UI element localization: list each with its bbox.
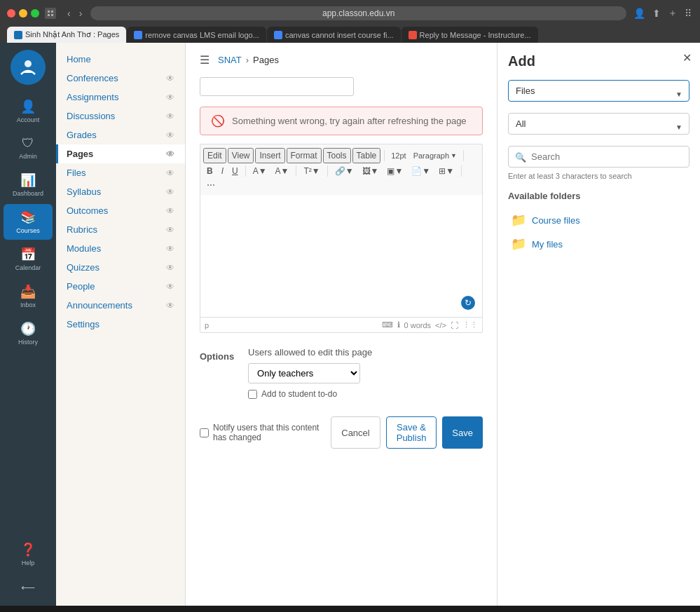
nav-label-courses: Courses	[16, 227, 40, 234]
nav-collapse[interactable]: ⟵	[4, 576, 53, 599]
notify-checkbox[interactable]	[200, 428, 209, 437]
home-label: Home	[67, 54, 91, 64]
rubrics-eye-icon: 👁	[166, 225, 174, 235]
course-nav-assignments[interactable]: Assignments 👁	[56, 88, 185, 107]
course-nav-grades[interactable]: Grades 👁	[56, 125, 185, 144]
back-button[interactable]: ‹	[64, 6, 74, 20]
address-text: app.classon.edu.vn	[322, 8, 394, 18]
todo-checkbox[interactable]	[248, 390, 257, 399]
toolbar-sep-1	[384, 150, 385, 161]
file-button[interactable]: 📄▼	[408, 165, 434, 177]
cancel-button[interactable]: Cancel	[331, 416, 380, 449]
nav-item-inbox[interactable]: 📥 Inbox	[4, 278, 53, 314]
course-nav-discussions[interactable]: Discussions 👁	[56, 107, 185, 125]
nav-item-history[interactable]: 🕐 History	[4, 315, 53, 351]
nav-item-dashboard[interactable]: 📊 Dashboard	[4, 167, 53, 203]
filter-select[interactable]: All	[508, 113, 689, 135]
toolbar-sep-4	[296, 165, 296, 177]
toolbar-format-menu[interactable]: Format	[287, 148, 322, 163]
course-nav-rubrics[interactable]: Rubrics 👁	[56, 220, 185, 239]
link-button[interactable]: 🔗▼	[331, 165, 357, 177]
superscript-button[interactable]: T²▼	[300, 165, 323, 177]
kbd-shortcut-btn[interactable]: ⌨	[382, 320, 393, 329]
folder-course-files[interactable]: 📁 Course files	[508, 208, 689, 232]
course-nav-modules[interactable]: Modules 👁	[56, 239, 185, 258]
nav-item-admin[interactable]: 🛡 Admin	[4, 130, 53, 165]
course-nav-quizzes[interactable]: Quizzes 👁	[56, 258, 185, 277]
save-publish-button[interactable]: Save & Publish	[386, 416, 437, 449]
info-btn[interactable]: ℹ	[397, 320, 400, 329]
toolbar-table-menu[interactable]: Table	[352, 148, 381, 163]
hamburger-icon[interactable]: ☰	[200, 53, 210, 67]
app-logo[interactable]	[11, 50, 46, 85]
course-nav-pages[interactable]: Pages 👁	[56, 144, 185, 163]
media-button[interactable]: ▣▼	[383, 165, 406, 177]
folders-title: Available folders	[508, 191, 689, 201]
extensions-button[interactable]: ⠿	[683, 6, 693, 21]
svg-rect-3	[51, 14, 53, 16]
course-nav-people[interactable]: People 👁	[56, 277, 185, 296]
announcements-label: Announcements	[67, 300, 132, 311]
tab-favicon-4	[409, 31, 417, 39]
nav-item-calendar[interactable]: 📅 Calendar	[4, 241, 53, 277]
nav-item-account[interactable]: 👤 Account	[4, 93, 53, 129]
code-view-btn[interactable]: </>	[435, 321, 446, 329]
drag-handle[interactable]: ⋮⋮	[462, 320, 478, 329]
permissions-select[interactable]: Only teachers Teachers and students Anyo…	[248, 363, 360, 383]
admin-icon: 🛡	[22, 136, 34, 151]
course-nav-outcomes[interactable]: Outcomes 👁	[56, 201, 185, 220]
editor-refresh-btn[interactable]: ↻	[461, 296, 475, 310]
nav-item-help[interactable]: ❓ Help	[4, 536, 53, 572]
image-button[interactable]: 🖼▼	[359, 165, 383, 177]
address-bar[interactable]: app.classon.edu.vn	[90, 6, 626, 20]
font-color-button[interactable]: A▼	[249, 165, 270, 177]
close-panel-button[interactable]: ✕	[682, 51, 692, 64]
italic-button[interactable]: I	[218, 165, 227, 177]
bold-button[interactable]: B	[203, 165, 217, 177]
forward-button[interactable]: ›	[76, 6, 85, 20]
course-nav-conferences[interactable]: Conferences 👁	[56, 69, 185, 88]
editor-body[interactable]: ↻	[200, 195, 483, 318]
course-nav-files[interactable]: Files 👁	[56, 163, 185, 182]
profile-button[interactable]: 👤	[632, 6, 647, 21]
tab-3[interactable]: canvas cannot insert course fi...	[267, 27, 401, 43]
search-input[interactable]	[508, 146, 689, 168]
tab-2[interactable]: remove canvas LMS email logo...	[127, 27, 266, 43]
course-nav-syllabus[interactable]: Syllabus 👁	[56, 182, 185, 201]
paragraph-format-display: Paragraph ▼	[411, 151, 460, 160]
course-nav-announcements[interactable]: Announcements 👁	[56, 296, 185, 315]
toolbar-tools-menu[interactable]: Tools	[323, 148, 351, 163]
highlight-button[interactable]: A▼	[272, 165, 293, 177]
tab-4[interactable]: Reply to Message - Instructure...	[402, 27, 538, 43]
nav-label-inbox: Inbox	[20, 301, 36, 308]
close-traffic-light[interactable]	[7, 9, 15, 18]
course-nav-home[interactable]: Home	[56, 50, 185, 69]
svg-rect-1	[51, 11, 53, 13]
more-options-button[interactable]: ⋯	[203, 179, 219, 191]
tab-active[interactable]: Sinh Nhật Anh Thơ : Pages	[7, 27, 126, 43]
toolbar-edit-menu[interactable]: Edit	[203, 148, 226, 163]
nav-item-courses[interactable]: 📚 Courses	[4, 204, 53, 240]
breadcrumb-course-link[interactable]: SNAT	[218, 55, 242, 65]
fullscreen-btn[interactable]: ⛶	[451, 321, 458, 329]
folder-my-files[interactable]: 📁 My files	[508, 232, 689, 256]
file-type-select[interactable]: Files Images Media Links	[508, 80, 689, 102]
notify-label: Notify users that this content has chang…	[213, 423, 331, 442]
maximize-traffic-light[interactable]	[31, 9, 39, 18]
toolbar-insert-menu[interactable]: Insert	[255, 148, 284, 163]
nav-label-calendar: Calendar	[15, 264, 41, 271]
grades-eye-icon: 👁	[166, 130, 174, 140]
breadcrumb-current: Pages	[253, 55, 279, 65]
underline-button[interactable]: U	[228, 165, 242, 177]
more-button[interactable]: ⊞▼	[435, 165, 458, 177]
share-button[interactable]: ⬆	[651, 6, 662, 21]
new-tab-button[interactable]: ＋	[666, 6, 679, 21]
toolbar-sep-5	[327, 165, 328, 177]
page-title-input[interactable]	[200, 77, 354, 96]
save-button[interactable]: Save	[442, 416, 483, 449]
search-icon: 🔍	[515, 151, 526, 162]
course-nav-settings[interactable]: Settings	[56, 315, 185, 334]
minimize-traffic-light[interactable]	[19, 9, 27, 18]
toolbar-view-menu[interactable]: View	[228, 148, 254, 163]
todo-row: Add to student to-do	[248, 389, 372, 399]
